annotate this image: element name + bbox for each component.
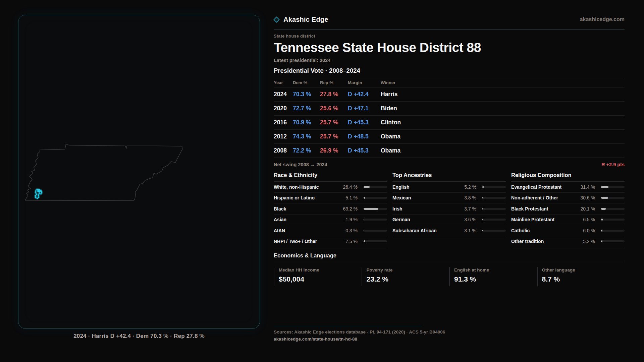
table-row: 2008 72.2 % 26.9 % D +45.3 Obama bbox=[274, 144, 625, 158]
winner-cell: Obama bbox=[381, 133, 625, 140]
dem-cell: 72.2 % bbox=[293, 147, 320, 154]
stat-bar bbox=[364, 219, 387, 221]
permalink[interactable]: akashicedge.com/state-house/tn-hd-88 bbox=[274, 337, 625, 342]
economics-section-title: Economics & Language bbox=[274, 252, 625, 262]
margin-cell: D +45.3 bbox=[348, 119, 381, 126]
stat-card-median-income: Median HH income $50,004 bbox=[274, 267, 362, 286]
stat-bar bbox=[482, 208, 506, 210]
list-item: Hispanic or Latino 5.1 % bbox=[274, 193, 387, 204]
net-swing-value: R +2.9 pts bbox=[601, 162, 625, 167]
margin-cell: D +48.5 bbox=[348, 133, 381, 140]
year-cell: 2012 bbox=[274, 133, 293, 140]
margin-cell: D +45.3 bbox=[348, 147, 381, 154]
stat-bar bbox=[482, 219, 506, 221]
list-item: Black 63.2 % bbox=[274, 203, 387, 215]
stat-bar bbox=[601, 197, 625, 199]
brand-header: Akashic Edge akashicedge.com bbox=[274, 15, 625, 24]
stat-value: 26.4 % bbox=[338, 184, 358, 190]
diamond-icon bbox=[273, 16, 279, 22]
table-row: 2012 74.3 % 25.7 % D +48.5 Obama bbox=[274, 130, 625, 144]
margin-cell: D +47.1 bbox=[348, 105, 381, 112]
table-header-row: Year Dem % Rep % Margin Winner bbox=[274, 78, 625, 87]
stat-label: Subsaharan African bbox=[392, 228, 457, 233]
stat-card-other-language: Other language 8.7 % bbox=[537, 267, 625, 286]
top-ancestries-section: Top Ancestries English 5.2 % Mexican 3.8… bbox=[392, 172, 506, 247]
list-item: Catholic 6.0 % bbox=[511, 225, 625, 236]
stat-card-label: English at home bbox=[454, 267, 537, 273]
table-row: 2024 70.3 % 27.8 % D +42.4 Harris bbox=[274, 87, 625, 102]
stat-label: White, non-Hispanic bbox=[274, 184, 338, 190]
stat-value: 3.7 % bbox=[457, 206, 476, 212]
rep-cell: 26.9 % bbox=[320, 147, 348, 154]
stat-value: 6.0 % bbox=[576, 228, 595, 233]
dem-cell: 74.3 % bbox=[293, 133, 320, 140]
sources-note: Sources: Akashic Edge elections database… bbox=[274, 329, 625, 335]
state-map-panel bbox=[18, 15, 260, 329]
winner-cell: Biden bbox=[381, 105, 625, 112]
stat-value: 3.1 % bbox=[457, 228, 476, 233]
district-report: Akashic Edge akashicedge.com State house… bbox=[274, 15, 625, 342]
stat-label: Hispanic or Latino bbox=[274, 195, 338, 200]
list-item: Irish 3.7 % bbox=[392, 203, 506, 215]
stat-bar bbox=[364, 186, 387, 188]
dem-cell: 70.9 % bbox=[293, 119, 320, 126]
stat-label: AIAN bbox=[274, 228, 338, 233]
net-swing-label: Net swing 2008 → 2024 bbox=[274, 162, 327, 167]
col-header-dem: Dem % bbox=[293, 80, 320, 85]
stat-label: Non-adherent / Other bbox=[511, 195, 576, 200]
stat-label: Mexican bbox=[392, 195, 457, 200]
section-title: Top Ancestries bbox=[392, 172, 506, 182]
stat-bar bbox=[364, 230, 387, 232]
list-item: Asian 1.9 % bbox=[274, 215, 387, 226]
stat-label: English bbox=[392, 184, 457, 190]
col-header-rep: Rep % bbox=[320, 80, 348, 85]
stat-bar bbox=[364, 240, 387, 242]
brand-domain-link[interactable]: akashicedge.com bbox=[580, 16, 625, 22]
list-item: German 3.6 % bbox=[392, 215, 506, 226]
stat-bar bbox=[482, 197, 506, 199]
stat-card-label: Median HH income bbox=[279, 267, 362, 273]
stat-label: Black Protestant bbox=[511, 206, 576, 212]
list-item: Other tradition 5.2 % bbox=[511, 236, 625, 247]
stat-label: Other tradition bbox=[511, 239, 576, 244]
stat-bar bbox=[364, 208, 387, 210]
stat-value: 3.8 % bbox=[457, 195, 476, 200]
district-type-kicker: State house district bbox=[274, 34, 625, 39]
stat-bar bbox=[601, 208, 625, 210]
list-item: English 5.2 % bbox=[392, 182, 506, 193]
list-item: NHPI / Two+ / Other 7.5 % bbox=[274, 236, 387, 247]
net-swing-row: Net swing 2008 → 2024 R +2.9 pts bbox=[274, 162, 625, 167]
stat-value: 20.1 % bbox=[576, 206, 595, 212]
year-cell: 2016 bbox=[274, 119, 293, 126]
stat-bar bbox=[601, 240, 625, 242]
winner-cell: Clinton bbox=[381, 119, 625, 126]
rep-cell: 25.7 % bbox=[320, 133, 348, 140]
religious-composition-section: Religious Composition Evangelical Protes… bbox=[511, 172, 625, 247]
dem-cell: 70.3 % bbox=[293, 91, 320, 98]
tennessee-map bbox=[18, 15, 260, 328]
table-row: 2016 70.9 % 25.7 % D +45.3 Clinton bbox=[274, 116, 625, 130]
stat-value: 3.6 % bbox=[457, 217, 476, 222]
map-caption: 2024 · Harris D +42.4 · Dem 70.3 % · Rep… bbox=[18, 333, 260, 340]
stat-bar bbox=[482, 186, 506, 188]
stat-card-value: 8.7 % bbox=[542, 275, 625, 283]
list-item: AIAN 0.3 % bbox=[274, 225, 387, 236]
stat-label: Evangelical Protestant bbox=[511, 184, 576, 190]
brand-name: Akashic Edge bbox=[283, 16, 328, 23]
winner-cell: Harris bbox=[381, 91, 625, 98]
year-cell: 2008 bbox=[274, 147, 293, 154]
stat-value: 6.5 % bbox=[576, 217, 595, 222]
rep-cell: 25.6 % bbox=[320, 105, 348, 112]
stat-card-poverty-rate: Poverty rate 23.2 % bbox=[362, 267, 449, 286]
stat-bar bbox=[601, 186, 625, 188]
stat-value: 0.3 % bbox=[338, 228, 358, 233]
stat-label: Catholic bbox=[511, 228, 576, 233]
stat-card-english-at-home: English at home 91.3 % bbox=[449, 267, 537, 286]
economics-stat-cards: Median HH income $50,004 Poverty rate 23… bbox=[274, 267, 625, 286]
stat-card-value: $50,004 bbox=[279, 275, 362, 283]
section-title: Race & Ethnicity bbox=[274, 172, 387, 182]
section-title: Religious Composition bbox=[511, 172, 625, 182]
rep-cell: 27.8 % bbox=[320, 91, 348, 98]
tennessee-outline bbox=[25, 144, 182, 201]
stat-card-label: Poverty rate bbox=[367, 267, 449, 273]
